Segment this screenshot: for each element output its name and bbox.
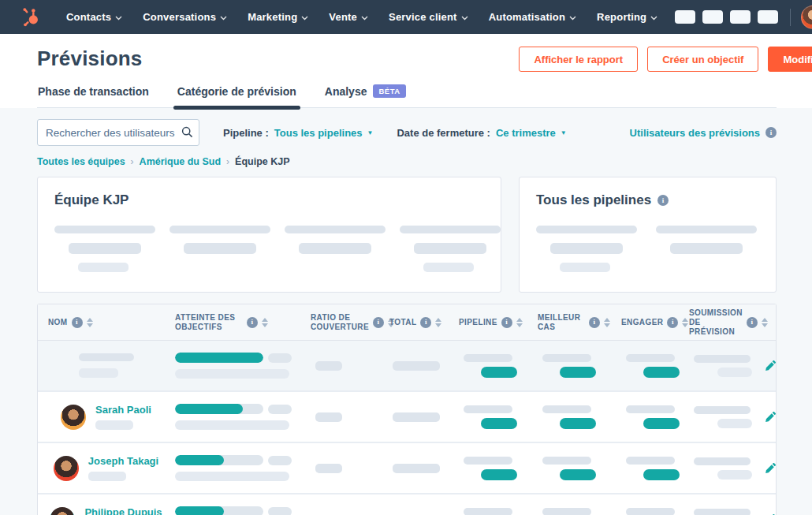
skeleton-bar [560,263,610,272]
chevron-down-icon [569,16,576,21]
nav-item-vente[interactable]: Vente [318,0,378,34]
breadcrumb: Toutes les équipes›Amérique du Sud›Équip… [37,156,777,167]
pipeline-cell [448,508,527,515]
header-actions: Afficher le rapportCréer un objectifModi… [519,47,777,72]
team-summary-card: Équipe KJP [37,177,501,293]
edit-pencil-icon[interactable] [765,462,777,474]
tab-analyse[interactable]: Analyse BÉTA [325,84,406,107]
column-header-ratio-de-couverture: RATIO DE COUVERTURE i [300,313,378,332]
skeleton-bar [414,243,486,254]
best-case-amount-pill [560,367,596,378]
skeleton-bar [268,405,292,414]
chevron-down-icon [361,16,368,21]
owner-avatar[interactable] [61,405,86,430]
sort-icon[interactable] [604,318,610,327]
tab-phase-de-transaction[interactable]: Phase de transaction [38,84,149,107]
tab-catégorie-de-prévision[interactable]: Catégorie de prévision [177,84,296,107]
skeleton-bar [95,420,133,430]
pipelines-summary-card: Tous les pipelines i [519,177,777,293]
skeleton-bar [542,354,591,362]
owner-avatar[interactable] [50,507,75,515]
breadcrumb-item[interactable]: Toutes les équipes [37,156,125,167]
skeleton-bar [626,354,675,362]
owner-cell: Philippe Dupuis [38,506,164,515]
owner-name-link[interactable]: Sarah Paoli [95,404,151,416]
edit-pencil-icon[interactable] [765,411,777,423]
user-avatar[interactable] [801,6,812,29]
goal-progress-bar [175,506,263,515]
forecast-submission-cell [678,509,754,515]
sort-icon[interactable] [435,318,441,327]
skeleton-bar [79,353,134,361]
owner-name-link[interactable]: Joseph Takagi [88,455,158,467]
skeleton-bar [78,263,129,272]
sort-icon[interactable] [262,318,268,327]
owner-avatar[interactable] [54,456,79,481]
edit-pencil-icon[interactable] [765,360,777,371]
owner-cell: Sarah Paoli [38,404,164,430]
column-header-total: TOTAL i [378,317,448,328]
search-input[interactable] [37,119,199,146]
owner-name-link[interactable]: Philippe Dupuis [84,506,162,515]
beta-badge: BÉTA [373,84,405,98]
hubspot-logo-icon[interactable] [20,6,42,29]
info-icon[interactable]: i [72,317,83,328]
info-icon[interactable]: i [501,317,512,328]
afficher-le-rapport-button[interactable]: Afficher le rapport [519,47,638,72]
nav-item-conversations[interactable]: Conversations [132,0,237,34]
skeleton-bar [88,472,126,481]
info-icon[interactable]: i [420,317,431,328]
sort-icon[interactable] [516,318,523,327]
créer-un-objectif-button[interactable]: Créer un objectif [647,47,758,72]
info-icon[interactable]: i [589,317,600,328]
forecast-users-link[interactable]: Utilisateurs des prévisions i [630,127,777,139]
skeleton-bar [169,226,270,233]
pipeline-filter-dropdown[interactable]: Tous les pipelines ▼ [274,127,374,139]
close-date-filter: Date de fermeture : Ce trimestre ▼ [397,127,566,139]
close-date-filter-label: Date de fermeture : [397,127,490,139]
pipeline-cell [448,405,527,429]
nav-item-service-client[interactable]: Service client [378,0,479,34]
close-date-filter-dropdown[interactable]: Ce trimestre ▼ [496,127,567,139]
skeleton-bar [717,419,752,428]
nav-item-contacts[interactable]: Contacts [56,0,132,34]
table-row [38,341,776,390]
coverage-ratio-cell [300,464,378,473]
skeleton-bar [315,464,342,473]
table-row: Philippe Dupuis [38,494,776,515]
team-card-title: Équipe KJP [54,192,484,208]
info-icon[interactable]: i [657,195,669,206]
best-case-cell [527,508,610,515]
pipeline-amount-pill [481,367,517,378]
info-icon[interactable]: i [747,317,758,328]
skeleton-bar [315,361,342,371]
nav-tool-button[interactable] [730,10,751,24]
nav-tool-button[interactable] [758,10,778,24]
nav-item-automatisation[interactable]: Automatisation [479,0,587,34]
nav-item-reporting[interactable]: Reporting [587,0,668,34]
goal-attainment-cell [164,455,300,481]
chevron-down-icon [220,16,227,21]
chevron-down-icon [461,16,468,21]
nav-tool-button[interactable] [702,10,723,24]
sort-icon[interactable] [762,318,768,327]
skeleton-bar [542,457,591,465]
pipeline-cell [448,457,527,480]
pipelines-card-skeleton [536,226,759,272]
modifier-button[interactable]: Modifier [768,47,812,72]
breadcrumb-item[interactable]: Amérique du Sud [140,156,221,167]
nav-tool-button[interactable] [675,10,695,24]
info-icon[interactable]: i [247,317,258,328]
sort-icon[interactable] [87,318,93,327]
skeleton-bar [694,406,751,414]
breadcrumb-item: Équipe KJP [235,156,289,167]
chevron-down-icon [650,16,657,21]
info-icon[interactable]: i [765,127,777,138]
total-cell [378,464,448,473]
nav-item-marketing[interactable]: Marketing [237,0,318,34]
forecast-table: NOM i ATTEINTE DES OBJECTIFS i RATIO DE … [37,304,777,515]
skeleton-bar [175,420,289,430]
commit-cell [610,508,678,515]
content-area: Pipeline : Tous les pipelines ▼ Date de … [0,108,812,515]
info-icon[interactable]: i [667,317,678,328]
